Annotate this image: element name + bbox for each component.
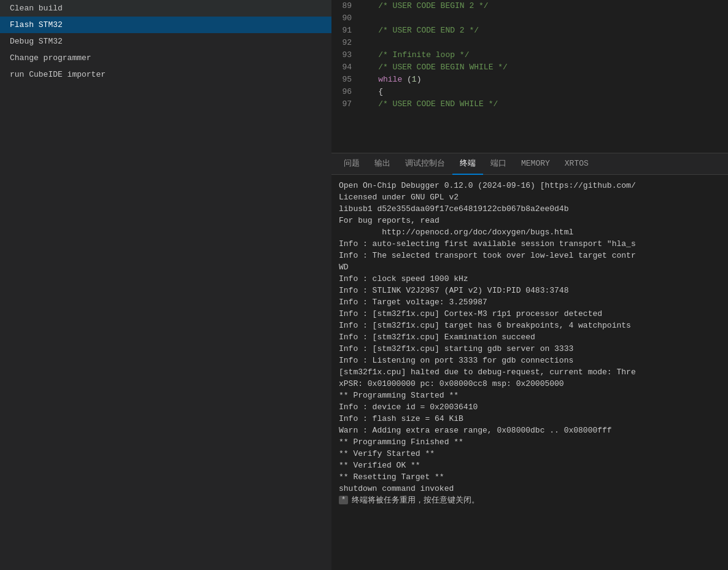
terminal-line: ** Verify Started **: [339, 448, 721, 460]
line-number: 95: [331, 74, 359, 86]
code-line: 97 /* USER CODE END WHILE */: [331, 98, 728, 110]
line-number: 93: [331, 49, 359, 61]
terminal-line: ** Programming Started **: [339, 390, 721, 401]
code-line: 93 /* Infinite loop */: [331, 49, 728, 61]
terminal-line: Open On-Chip Debugger 0.12.0 (2024-09-16…: [339, 180, 721, 191]
code-line: 96 {: [331, 86, 728, 98]
terminal-star-line: *终端将被任务重用，按任意键关闭。: [339, 495, 721, 506]
terminal-line: Info : flash size = 64 KiB: [339, 413, 721, 425]
terminal-line: ** Verified OK **: [339, 460, 721, 471]
line-number: 89: [331, 0, 359, 12]
line-number: 90: [331, 12, 359, 25]
line-content: {: [359, 86, 383, 98]
terminal-line: shutdown command invoked: [339, 483, 721, 495]
sidebar-item-change-programmer[interactable]: Change programmer: [0, 50, 331, 66]
line-number: 91: [331, 25, 359, 37]
terminal-tab-problems[interactable]: 问题: [336, 153, 367, 175]
line-content: /* USER CODE END 2 */: [359, 25, 479, 37]
code-line: 91 /* USER CODE END 2 */: [331, 25, 728, 37]
terminal-line: ** Resetting Target **: [339, 471, 721, 483]
line-content: /* USER CODE END WHILE */: [359, 98, 498, 110]
terminal-line: [stm32f1x.cpu] halted due to debug-reque…: [339, 366, 721, 378]
code-line: 94 /* USER CODE BEGIN WHILE */: [331, 61, 728, 74]
terminal-tab-memory[interactable]: MEMORY: [514, 153, 557, 175]
terminal-panel: 问题输出调试控制台终端端口MEMORYXRTOS Open On-Chip De…: [331, 153, 728, 570]
line-number: 92: [331, 37, 359, 49]
sidebar: Clean buildFlash STM32Debug STM32Change …: [0, 0, 331, 570]
terminal-line: Info : The selected transport took over …: [339, 250, 721, 261]
terminal-star-badge: *: [339, 496, 348, 504]
terminal-tab-terminal[interactable]: 终端: [452, 153, 483, 175]
sidebar-item-clean-build[interactable]: Clean build: [0, 0, 331, 17]
terminal-line: Info : STLINK V2J29S7 (API v2) VID:PID 0…: [339, 285, 721, 296]
terminal-line: Info : [stm32f1x.cpu] Cortex-M3 r1p1 pro…: [339, 308, 721, 320]
terminal-output: Open On-Chip Debugger 0.12.0 (2024-09-16…: [331, 175, 728, 570]
terminal-star-message: 终端将被任务重用，按任意键关闭。: [352, 495, 479, 506]
terminal-line: ** Programming Finished **: [339, 436, 721, 448]
line-content: /* Infinite loop */: [359, 49, 469, 61]
terminal-line: libusb1 d52e355daa09f17ce64819122cb067b8…: [339, 203, 721, 215]
terminal-line: xPSR: 0x01000000 pc: 0x08000cc8 msp: 0x2…: [339, 378, 721, 390]
line-number: 96: [331, 86, 359, 98]
code-line: 92: [331, 37, 728, 49]
terminal-line: Info : auto-selecting first available se…: [339, 238, 721, 250]
line-number: 97: [331, 98, 359, 110]
terminal-tab-ports[interactable]: 端口: [483, 153, 514, 175]
terminal-line: Licensed under GNU GPL v2: [339, 191, 721, 203]
sidebar-item-run-cubeide-importer[interactable]: run CubeIDE importer: [0, 66, 331, 83]
terminal-line: WD: [339, 261, 721, 273]
line-number: 94: [331, 61, 359, 74]
terminal-line: For bug reports, read: [339, 215, 721, 226]
terminal-line: Info : [stm32f1x.cpu] Examination succee…: [339, 331, 721, 343]
sidebar-item-debug-stm32[interactable]: Debug STM32: [0, 33, 331, 50]
terminal-line: Info : clock speed 1000 kHz: [339, 273, 721, 285]
terminal-line: Info : device id = 0x20036410: [339, 401, 721, 413]
code-area: 89 /* USER CODE BEGIN 2 */9091 /* USER C…: [331, 0, 728, 153]
terminal-tab-output[interactable]: 输出: [367, 153, 398, 175]
line-content: while (1): [359, 74, 421, 86]
code-line: 95 while (1): [331, 74, 728, 86]
terminal-line: Info : [stm32f1x.cpu] target has 6 break…: [339, 320, 721, 331]
terminal-tab-debug-console[interactable]: 调试控制台: [398, 153, 452, 175]
terminal-line: http://openocd.org/doc/doxygen/bugs.html: [339, 226, 721, 238]
code-line: 90: [331, 12, 728, 25]
terminal-line: Warn : Adding extra erase range, 0x08000…: [339, 425, 721, 436]
terminal-line: Info : [stm32f1x.cpu] starting gdb serve…: [339, 343, 721, 355]
terminal-line: Info : Target voltage: 3.259987: [339, 296, 721, 308]
terminal-tabs: 问题输出调试控制台终端端口MEMORYXRTOS: [331, 153, 728, 175]
line-content: /* USER CODE BEGIN 2 */: [359, 0, 489, 12]
right-panel: 89 /* USER CODE BEGIN 2 */9091 /* USER C…: [331, 0, 728, 570]
code-lines: 89 /* USER CODE BEGIN 2 */9091 /* USER C…: [331, 0, 728, 153]
terminal-tab-xrtos[interactable]: XRTOS: [557, 153, 596, 175]
code-line: 89 /* USER CODE BEGIN 2 */: [331, 0, 728, 12]
terminal-line: Info : Listening on port 3333 for gdb co…: [339, 355, 721, 366]
line-content: /* USER CODE BEGIN WHILE */: [359, 61, 508, 74]
sidebar-item-flash-stm32[interactable]: Flash STM32: [0, 17, 331, 33]
